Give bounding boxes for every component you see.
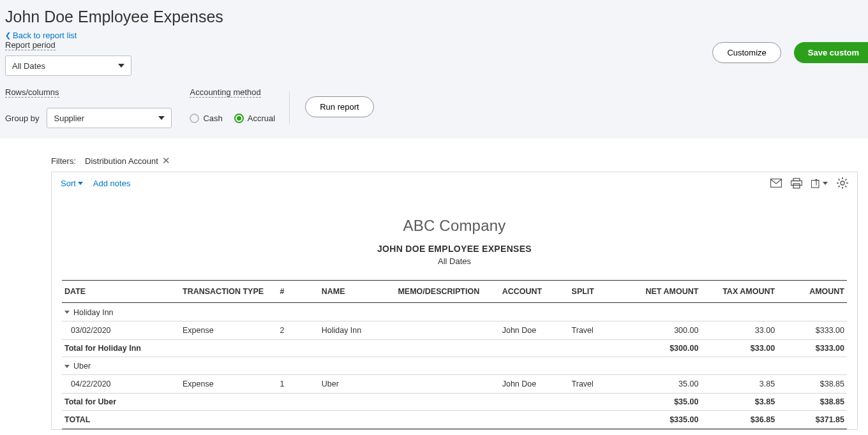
report-period-value: All Dates [12, 61, 45, 71]
col-transaction-type[interactable]: TRANSACTION TYPE [180, 281, 277, 303]
report-period-label: Report period [5, 40, 56, 50]
group-total-tax: $3.85 [701, 394, 777, 411]
group-by-label: Group by [5, 114, 39, 123]
group-total-net: $35.00 [625, 394, 701, 411]
group-total-row: Total for Holiday Inn$300.00$33.00$333.0… [62, 339, 847, 357]
report-period-select[interactable]: All Dates [5, 55, 131, 76]
col-account[interactable]: ACCOUNT [500, 281, 569, 303]
save-customisation-button[interactable]: Save custom [794, 42, 868, 63]
group-name: Holiday Inn [73, 308, 114, 317]
svg-rect-3 [793, 184, 800, 188]
group-by-select[interactable]: Supplier [47, 108, 172, 128]
cell-split: Travel [569, 321, 625, 339]
group-total-net: $300.00 [625, 339, 701, 357]
cell-name: Uber [319, 375, 396, 394]
cell-date: 04/22/2020 [62, 375, 180, 394]
col-number[interactable]: # [277, 281, 318, 303]
close-icon[interactable]: ✕ [162, 155, 170, 166]
divider [289, 91, 290, 124]
col-memo[interactable]: MEMO/DESCRIPTION [395, 281, 499, 303]
cell-amount: $333.00 [777, 321, 847, 339]
cell-net: 300.00 [625, 321, 701, 339]
filter-chip-distribution-account[interactable]: Distribution Account ✕ [85, 155, 170, 166]
group-by-value: Supplier [54, 114, 84, 123]
group-total-tax: $33.00 [701, 339, 777, 357]
grand-total-label: TOTAL [62, 411, 625, 429]
table-row[interactable]: 04/22/2020Expense1UberJohn DoeTravel35.0… [62, 375, 847, 394]
radio-checked-icon [234, 114, 244, 123]
cell-memo [395, 375, 499, 394]
group-row[interactable]: Holiday Inn [62, 303, 847, 321]
cell-type: Expense [180, 321, 277, 339]
report-name: JOHN DOE EMPLOYEE EXPENSES [52, 244, 857, 254]
cash-label: Cash [203, 114, 222, 123]
grand-total-row: TOTAL$335.00$36.85$371.85 [62, 411, 847, 429]
col-net-amount[interactable]: NET AMOUNT [625, 281, 701, 303]
sort-label: Sort [61, 179, 76, 188]
cell-tax: 3.85 [701, 375, 777, 394]
cell-name: Holiday Inn [319, 321, 396, 339]
chevron-down-icon [78, 182, 83, 185]
group-total-row: Total for Uber$35.00$3.85$38.85 [62, 394, 847, 411]
cell-num: 1 [277, 375, 318, 394]
table-row[interactable]: 03/02/2020Expense2Holiday InnJohn DoeTra… [62, 321, 847, 339]
table-header-row: DATE TRANSACTION TYPE # NAME MEMO/DESCRI… [62, 281, 847, 303]
customize-button[interactable]: Customize [712, 42, 781, 63]
col-amount[interactable]: AMOUNT [777, 281, 847, 303]
run-report-button[interactable]: Run report [305, 96, 373, 117]
radio-unchecked-icon [190, 114, 199, 123]
cell-num: 2 [277, 321, 318, 339]
group-total-amount: $38.85 [777, 394, 847, 411]
col-date[interactable]: DATE [62, 281, 180, 303]
group-name: Uber [73, 362, 91, 371]
email-icon[interactable] [770, 177, 782, 189]
cell-type: Expense [180, 375, 277, 394]
svg-line-12 [845, 179, 846, 181]
accounting-method-label: Accounting method [190, 87, 260, 98]
svg-rect-4 [811, 180, 819, 188]
report-container: Sort Add notes [51, 172, 858, 430]
chevron-down-icon [158, 116, 165, 120]
cell-account: John Doe [500, 321, 569, 339]
export-icon[interactable] [811, 177, 828, 189]
svg-point-5 [841, 181, 844, 185]
group-total-label: Total for Holiday Inn [62, 339, 625, 357]
col-split[interactable]: SPLIT [569, 281, 625, 303]
chevron-left-icon: ❮ [5, 31, 11, 40]
grand-total-tax: $36.85 [701, 411, 777, 429]
company-name: ABC Company [52, 217, 857, 235]
grand-total-net: $335.00 [625, 411, 701, 429]
cell-net: 35.00 [625, 375, 701, 394]
gear-icon[interactable] [837, 177, 848, 189]
filters-label: Filters: [51, 156, 76, 166]
print-icon[interactable] [791, 177, 802, 189]
svg-line-13 [839, 186, 840, 187]
svg-rect-2 [791, 181, 802, 185]
cell-memo [395, 321, 499, 339]
chevron-down-icon [823, 182, 828, 185]
cell-tax: 33.00 [701, 321, 777, 339]
back-to-report-list-link[interactable]: ❮ Back to report list [5, 31, 77, 40]
add-notes-link[interactable]: Add notes [93, 179, 131, 188]
cell-amount: $38.85 [777, 375, 847, 394]
col-tax-amount[interactable]: TAX AMOUNT [701, 281, 777, 303]
group-row[interactable]: Uber [62, 357, 847, 375]
svg-line-10 [839, 179, 840, 181]
sort-dropdown[interactable]: Sort [61, 179, 83, 188]
cell-account: John Doe [500, 375, 569, 394]
accrual-radio[interactable]: Accrual [234, 114, 275, 123]
cell-split: Travel [569, 375, 625, 394]
chevron-down-icon [118, 64, 124, 68]
cell-date: 03/02/2020 [62, 321, 180, 339]
cash-radio[interactable]: Cash [190, 114, 222, 123]
filter-chip-label: Distribution Account [85, 156, 158, 166]
grand-total-amount: $371.85 [777, 411, 847, 429]
group-total-label: Total for Uber [62, 394, 625, 411]
svg-line-11 [845, 186, 846, 187]
rows-columns-label: Rows/columns [5, 87, 59, 98]
report-period: All Dates [52, 256, 857, 266]
page-title: John Doe Employee Expenses [5, 8, 863, 26]
accrual-label: Accrual [248, 114, 275, 123]
col-name[interactable]: NAME [319, 281, 396, 303]
report-table: DATE TRANSACTION TYPE # NAME MEMO/DESCRI… [62, 280, 847, 429]
